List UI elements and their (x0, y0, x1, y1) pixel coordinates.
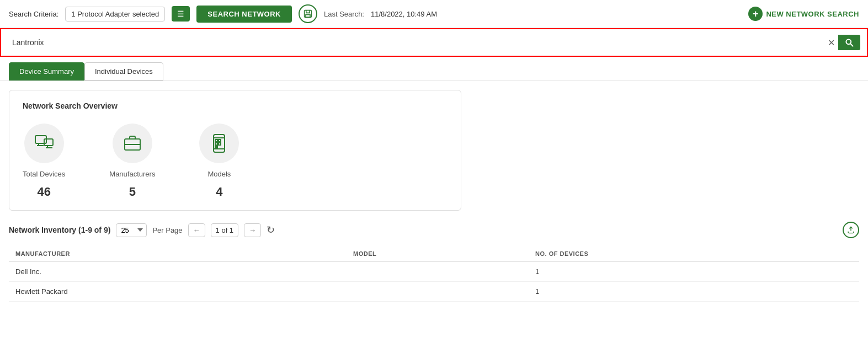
top-bar: Search Criteria: 1 Protocol Adapter sele… (0, 0, 868, 28)
new-network-search-button[interactable]: + NEW NETWORK SEARCH (748, 7, 859, 21)
cell-devices: 1 (529, 262, 859, 282)
save-icon (303, 9, 312, 18)
pagination-current: 1 of 1 (211, 223, 239, 237)
filter-icon-button[interactable]: ☰ (172, 6, 190, 22)
models-label: Models (207, 170, 231, 178)
models-icon-circle (199, 124, 239, 163)
stat-models: Models 4 (199, 124, 239, 199)
table-row: Hewlett Packard 1 (9, 282, 859, 302)
plus-circle-icon: + (748, 7, 763, 21)
table-header-row: MANUFACTURER MODEL NO. OF DEVICES (9, 246, 859, 262)
export-button[interactable] (843, 222, 859, 238)
inventory-table-container: MANUFACTURER MODEL NO. OF DEVICES Dell I… (9, 246, 859, 302)
protocol-adapter-text: 1 Protocol Adapter selected (71, 10, 159, 18)
table-row: Dell Inc. 1 (9, 262, 859, 282)
search-icon (845, 38, 854, 47)
clear-search-button[interactable]: ✕ (824, 35, 838, 50)
search-criteria-label: Search Criteria: (9, 10, 58, 18)
cell-manufacturer: Dell Inc. (9, 262, 347, 282)
cell-model (347, 262, 529, 282)
svg-rect-15 (219, 140, 221, 142)
svg-line-2 (850, 44, 853, 46)
refresh-button[interactable]: ↻ (267, 224, 275, 236)
svg-rect-17 (219, 143, 221, 145)
inventory-table: MANUFACTURER MODEL NO. OF DEVICES Dell I… (9, 246, 859, 302)
svg-rect-14 (215, 140, 217, 142)
last-search-value: 11/8/2022, 10:49 AM (371, 10, 437, 18)
search-network-button[interactable]: SEARCH NETWORK (196, 6, 292, 23)
col-model: MODEL (347, 246, 529, 262)
cell-model (347, 282, 529, 302)
stat-manufacturers: Manufacturers 5 (109, 124, 155, 199)
cell-devices: 1 (529, 282, 859, 302)
devices-icon (34, 133, 54, 153)
pagination-prev-button[interactable]: ← (188, 223, 205, 237)
pagination-next-button[interactable]: → (244, 223, 261, 237)
svg-rect-16 (215, 143, 217, 145)
last-search-label: Last Search: (324, 10, 364, 18)
col-manufacturer: MANUFACTURER (9, 246, 347, 262)
overview-stats: Total Devices 46 Manufacturers 5 (23, 124, 448, 199)
svg-rect-6 (44, 139, 53, 146)
models-icon (209, 133, 229, 153)
save-search-button[interactable] (299, 4, 317, 23)
manufacturers-label: Manufacturers (109, 170, 155, 178)
svg-point-1 (846, 39, 851, 44)
overview-title: Network Search Overview (23, 101, 448, 110)
manufacturers-value: 5 (129, 185, 136, 199)
search-bar-wrapper: ✕ (0, 28, 868, 57)
tab-individual-devices[interactable]: Individual Devices (84, 62, 163, 81)
total-devices-label: Total Devices (23, 170, 65, 178)
col-devices: NO. OF DEVICES (529, 246, 859, 262)
overview-card: Network Search Overview Tota (9, 90, 461, 211)
total-devices-icon-circle (24, 124, 64, 163)
tabs-row: Device Summary Individual Devices (0, 57, 868, 81)
cell-manufacturer: Hewlett Packard (9, 282, 347, 302)
main-content: Network Search Overview Tota (0, 81, 868, 310)
inventory-title: Network Inventory (1-9 of 9) (9, 226, 110, 234)
tab-device-summary[interactable]: Device Summary (9, 62, 84, 81)
inventory-header: Network Inventory (1-9 of 9) 25 50 100 P… (9, 222, 859, 238)
svg-rect-18 (215, 146, 217, 148)
per-page-select[interactable]: 25 50 100 (116, 223, 147, 237)
stat-total-devices: Total Devices 46 (23, 124, 65, 199)
manufacturers-icon-circle (113, 124, 152, 163)
new-network-search-label: NEW NETWORK SEARCH (766, 10, 859, 18)
models-value: 4 (216, 185, 222, 199)
protocol-adapter-button[interactable]: 1 Protocol Adapter selected (65, 7, 165, 22)
per-page-label: Per Page (152, 226, 182, 234)
filter-icon: ☰ (177, 9, 184, 18)
total-devices-value: 46 (37, 185, 50, 199)
export-icon (847, 226, 855, 234)
search-input[interactable] (8, 36, 824, 49)
search-submit-button[interactable] (838, 35, 860, 50)
manufacturers-icon (123, 133, 142, 153)
